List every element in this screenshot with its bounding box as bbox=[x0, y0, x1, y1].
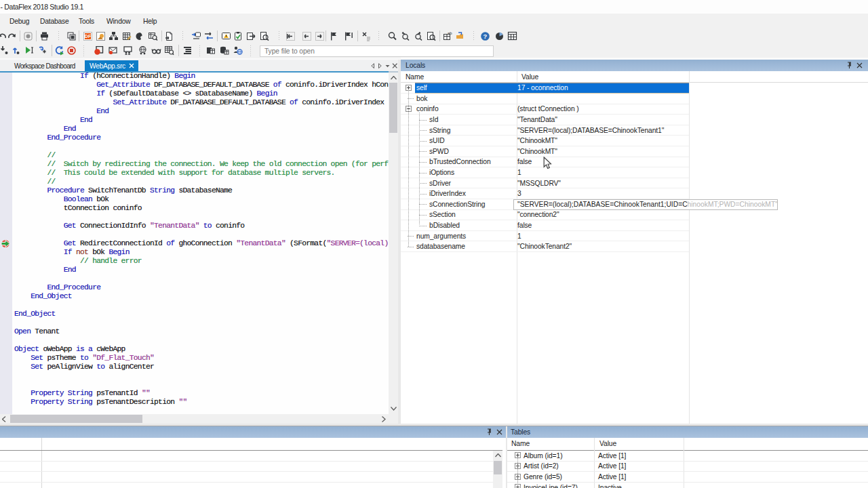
svg-text:ab: ab bbox=[448, 31, 452, 35]
svg-text:?: ? bbox=[484, 33, 488, 40]
svg-text:DF: DF bbox=[85, 34, 92, 39]
